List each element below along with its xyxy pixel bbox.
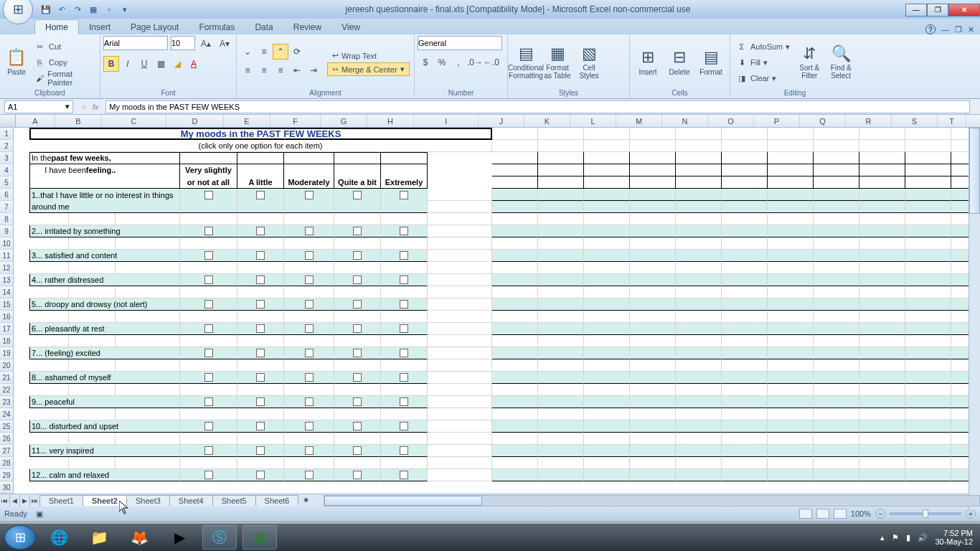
checkbox[interactable] xyxy=(353,471,362,479)
cell[interactable] xyxy=(676,262,722,274)
cell[interactable] xyxy=(284,311,334,323)
zoom-level[interactable]: 100% xyxy=(851,509,871,518)
taskbar-ie[interactable]: 🌐 xyxy=(42,525,76,550)
cell[interactable] xyxy=(237,262,284,274)
cell[interactable] xyxy=(722,469,768,481)
cell[interactable] xyxy=(180,189,237,201)
checkbox[interactable] xyxy=(204,397,213,406)
cell[interactable] xyxy=(768,469,814,481)
cell[interactable] xyxy=(284,213,334,225)
taskbar-firefox[interactable]: 🦊 xyxy=(122,525,156,550)
cell[interactable] xyxy=(381,262,428,274)
row-header[interactable]: 26 xyxy=(0,433,14,445)
tab-page-layout[interactable]: Page Layout xyxy=(121,20,189,34)
col-header-J[interactable]: J xyxy=(479,115,524,127)
cell[interactable] xyxy=(381,213,428,225)
cell[interactable] xyxy=(237,286,284,298)
cell[interactable] xyxy=(722,323,768,335)
cell[interactable] xyxy=(814,298,859,311)
cell[interactable] xyxy=(381,408,428,420)
cell[interactable] xyxy=(676,250,722,262)
cell[interactable] xyxy=(492,408,538,420)
cell[interactable] xyxy=(237,189,284,201)
cell[interactable] xyxy=(814,128,859,140)
cell[interactable] xyxy=(722,408,768,420)
cancel-formula-icon[interactable]: ○ xyxy=(82,103,87,111)
cell[interactable] xyxy=(284,384,334,396)
cell[interactable] xyxy=(334,152,381,164)
cell[interactable] xyxy=(237,384,284,396)
cell[interactable] xyxy=(905,359,951,372)
question-text[interactable]: 2... irritated by something xyxy=(29,225,180,237)
cell[interactable] xyxy=(630,347,676,359)
cell[interactable] xyxy=(722,250,768,262)
cell[interactable] xyxy=(814,140,859,152)
cell[interactable] xyxy=(69,359,116,372)
cell[interactable] xyxy=(676,457,722,469)
cell[interactable] xyxy=(237,408,284,420)
cell[interactable] xyxy=(334,420,381,433)
row-header[interactable]: 13 xyxy=(0,274,14,286)
checkbox[interactable] xyxy=(204,446,213,455)
cell[interactable] xyxy=(237,237,284,250)
row-header[interactable]: 27 xyxy=(0,445,14,457)
cell[interactable] xyxy=(768,335,814,347)
cell[interactable] xyxy=(538,250,584,262)
cell[interactable] xyxy=(428,384,492,396)
cell[interactable] xyxy=(584,201,630,213)
cell[interactable] xyxy=(334,201,381,213)
col-header-I[interactable]: I xyxy=(414,115,479,127)
cell[interactable] xyxy=(584,457,630,469)
cell[interactable] xyxy=(676,128,722,140)
cell[interactable] xyxy=(768,164,814,176)
cell[interactable] xyxy=(905,201,951,213)
cell[interactable] xyxy=(905,420,951,433)
cell[interactable] xyxy=(859,164,905,176)
cell[interactable] xyxy=(584,445,630,457)
percent-button[interactable]: % xyxy=(434,55,450,70)
checkbox[interactable] xyxy=(400,191,408,199)
cell[interactable]: Moderately xyxy=(284,176,334,189)
cell[interactable] xyxy=(29,408,69,420)
checkbox[interactable] xyxy=(400,397,408,406)
checkbox[interactable] xyxy=(400,300,408,309)
cell[interactable] xyxy=(905,311,951,323)
cell[interactable] xyxy=(905,433,951,445)
fx-icon[interactable]: fx xyxy=(93,103,99,111)
checkbox[interactable] xyxy=(256,422,265,430)
cell[interactable] xyxy=(538,262,584,274)
title-cell[interactable]: My moods in the PAST FEW WEEKS xyxy=(29,128,492,140)
cell[interactable] xyxy=(428,433,492,445)
checkbox[interactable] xyxy=(204,422,213,430)
cell[interactable] xyxy=(859,274,905,286)
tab-formulas[interactable]: Formulas xyxy=(189,20,245,34)
cell[interactable] xyxy=(722,140,768,152)
cell[interactable] xyxy=(814,457,859,469)
checkbox[interactable] xyxy=(305,422,314,430)
cell[interactable] xyxy=(538,189,584,201)
cell[interactable] xyxy=(768,201,814,213)
cell[interactable] xyxy=(116,335,180,347)
question-text[interactable]: 6... pleasantly at rest xyxy=(29,323,180,335)
cell[interactable] xyxy=(630,286,676,298)
cell-styles-button[interactable]: ▧Cell Styles xyxy=(574,39,604,86)
zoom-slider[interactable] xyxy=(890,512,961,515)
cut-button[interactable]: ✂Cut xyxy=(32,39,97,54)
checkbox[interactable] xyxy=(256,324,265,333)
format-cells-button[interactable]: ▤Format xyxy=(696,39,726,86)
cell[interactable] xyxy=(905,286,951,298)
cell[interactable] xyxy=(69,408,116,420)
align-right-button[interactable]: ≡ xyxy=(273,62,288,78)
cell[interactable] xyxy=(237,152,284,164)
col-header-R[interactable]: R xyxy=(846,115,892,127)
checkbox[interactable] xyxy=(353,349,362,357)
cell[interactable] xyxy=(116,213,180,225)
taskbar-excel[interactable]: ▦ xyxy=(242,525,277,550)
cell[interactable] xyxy=(584,469,630,481)
cell[interactable] xyxy=(722,396,768,408)
cell[interactable] xyxy=(381,311,428,323)
sheet-tab-sheet3[interactable]: Sheet3 xyxy=(126,495,170,506)
new-sheet-button[interactable]: ✷ xyxy=(303,496,309,505)
scrollbar-thumb[interactable] xyxy=(969,128,980,214)
cell[interactable] xyxy=(584,286,630,298)
